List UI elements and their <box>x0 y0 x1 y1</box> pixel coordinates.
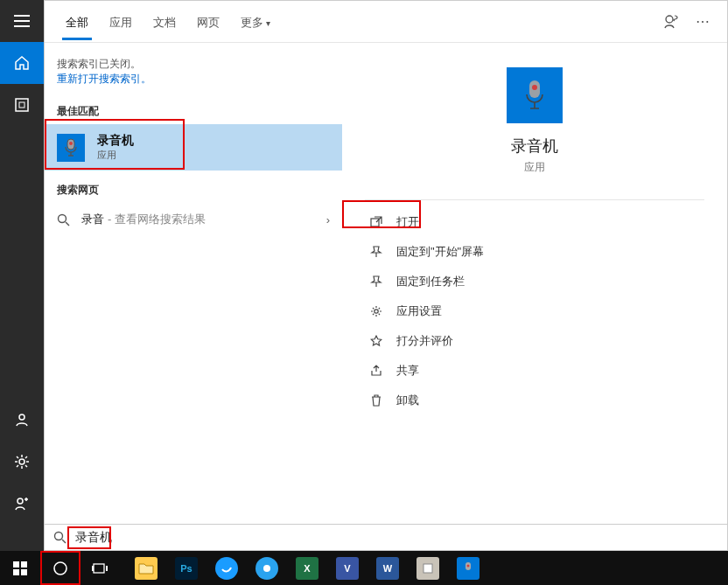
apps-button[interactable] <box>0 84 44 126</box>
best-match-header: 最佳匹配 <box>45 92 342 124</box>
tab-apps[interactable]: 应用 <box>99 4 143 39</box>
best-match-subtitle: 应用 <box>97 149 134 162</box>
tab-more[interactable]: 更多▾ <box>230 4 281 39</box>
taskbar: Ps X V W <box>0 551 728 585</box>
taskbar-app-photoshop[interactable]: Ps <box>166 551 206 585</box>
share-icon <box>370 365 386 377</box>
svg-rect-0 <box>16 99 28 111</box>
svg-rect-15 <box>13 561 19 568</box>
home-button[interactable] <box>0 42 44 84</box>
app-hero-tile <box>507 67 563 123</box>
svg-rect-22 <box>106 566 108 571</box>
svg-point-8 <box>69 142 73 145</box>
search-panel: 全部 应用 文档 网页 更多▾ ⋯ 搜索索引已关闭。 重新打开搜索索引。 最佳匹… <box>44 0 728 525</box>
account-button[interactable] <box>0 483 44 525</box>
web-result-term: 录音 <box>81 212 104 227</box>
feedback-icon[interactable] <box>662 13 680 31</box>
search-icon <box>53 531 66 544</box>
notice-text: 搜索索引已关闭。 <box>57 57 330 72</box>
action-open-label: 打开 <box>396 214 419 230</box>
best-match-item[interactable]: 录音机 应用 <box>45 124 342 171</box>
svg-point-4 <box>18 498 23 504</box>
action-uninstall-label: 卸载 <box>396 393 419 408</box>
taskbar-app-excel[interactable]: X <box>287 551 327 585</box>
svg-rect-17 <box>13 569 19 575</box>
svg-point-2 <box>19 414 24 420</box>
chevron-right-icon: › <box>326 213 330 226</box>
more-options-icon[interactable]: ⋯ <box>696 13 710 31</box>
search-filter-tabs: 全部 应用 文档 网页 更多▾ ⋯ <box>45 1 727 43</box>
svg-rect-20 <box>94 564 104 573</box>
nav-sidebar <box>0 0 44 551</box>
action-list: 打开 固定到"开始"屏幕 固定到任务栏 应用设置 打分并评价 共享 <box>342 200 727 415</box>
web-result-hint: - 查看网络搜索结果 <box>108 212 206 227</box>
svg-rect-23 <box>424 564 432 573</box>
star-icon <box>370 335 386 347</box>
action-pin-taskbar[interactable]: 固定到任务栏 <box>363 267 706 296</box>
svg-point-14 <box>55 533 63 540</box>
svg-point-19 <box>54 562 66 575</box>
taskbar-app-browser[interactable] <box>206 551 247 585</box>
action-open[interactable]: 打开 <box>363 207 706 237</box>
svg-rect-16 <box>21 561 27 568</box>
open-icon <box>370 216 386 228</box>
trash-icon <box>370 394 386 407</box>
svg-rect-12 <box>371 219 379 226</box>
svg-point-5 <box>666 16 673 23</box>
action-share[interactable]: 共享 <box>363 356 706 386</box>
best-match-title: 录音机 <box>97 133 134 149</box>
details-column: 录音机 应用 打开 固定到"开始"屏幕 固定到任务栏 应用设置 <box>342 43 727 524</box>
profile-button[interactable] <box>0 399 44 441</box>
search-web-header: 搜索网页 <box>45 171 342 203</box>
gear-icon <box>370 305 386 317</box>
svg-rect-18 <box>21 569 27 575</box>
action-pin-start-label: 固定到"开始"屏幕 <box>396 244 484 260</box>
action-app-settings-label: 应用设置 <box>396 303 442 319</box>
action-pin-taskbar-label: 固定到任务栏 <box>396 274 465 289</box>
action-rate-review-label: 打分并评价 <box>396 333 453 349</box>
svg-point-13 <box>374 310 378 313</box>
action-uninstall[interactable]: 卸载 <box>363 386 706 415</box>
taskbar-app-explorer[interactable] <box>126 551 166 585</box>
svg-point-25 <box>467 564 470 567</box>
action-share-label: 共享 <box>396 363 419 379</box>
action-rate-review[interactable]: 打分并评价 <box>363 326 706 356</box>
reenable-index-link[interactable]: 重新打开搜索索引。 <box>57 72 330 87</box>
taskbar-app-word[interactable]: W <box>368 551 408 585</box>
tab-documents[interactable]: 文档 <box>143 4 186 39</box>
pin-icon <box>370 246 386 258</box>
cortana-button[interactable] <box>40 551 80 585</box>
web-result-item[interactable]: 录音 - 查看网络搜索结果 › <box>45 203 342 236</box>
svg-rect-1 <box>19 102 24 108</box>
search-input[interactable] <box>75 531 718 545</box>
index-disabled-notice: 搜索索引已关闭。 重新打开搜索索引。 <box>45 52 342 92</box>
search-icon <box>57 213 81 226</box>
action-pin-start[interactable]: 固定到"开始"屏幕 <box>363 237 706 267</box>
taskbar-app-voice-recorder[interactable] <box>448 551 488 585</box>
svg-point-11 <box>532 85 537 90</box>
menu-button[interactable] <box>0 0 44 42</box>
svg-rect-21 <box>92 566 94 571</box>
settings-button[interactable] <box>0 441 44 483</box>
svg-point-3 <box>19 459 24 464</box>
results-column: 搜索索引已关闭。 重新打开搜索索引。 最佳匹配 录音机 应用 搜索网页 录音 -… <box>45 43 342 524</box>
taskbar-app-browser-2[interactable] <box>247 551 287 585</box>
action-app-settings[interactable]: 应用设置 <box>363 296 706 326</box>
chevron-down-icon: ▾ <box>266 18 270 28</box>
taskbar-app-generic[interactable] <box>408 551 448 585</box>
app-hero-title: 录音机 <box>511 136 558 157</box>
taskbar-app-visio[interactable]: V <box>327 551 368 585</box>
search-bar[interactable] <box>44 524 728 551</box>
voice-recorder-icon <box>57 134 85 162</box>
tab-all[interactable]: 全部 <box>55 4 99 39</box>
pin-icon <box>370 275 386 288</box>
start-button[interactable] <box>0 551 40 585</box>
task-view-button[interactable] <box>80 551 121 585</box>
svg-point-9 <box>59 214 66 222</box>
tab-web[interactable]: 网页 <box>186 4 230 39</box>
app-hero-subtitle: 应用 <box>524 160 545 175</box>
